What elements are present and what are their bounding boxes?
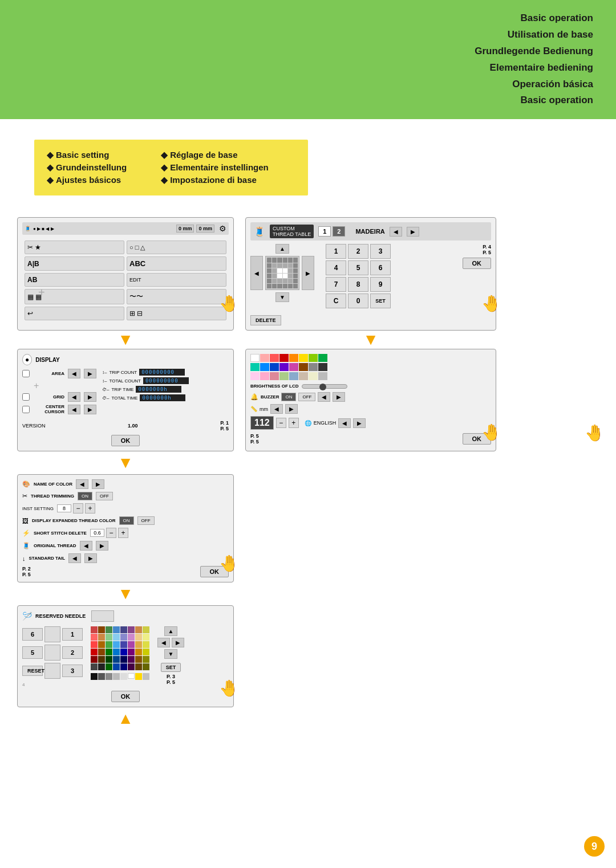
expand-on-btn[interactable]: ON [119, 516, 134, 525]
key-7[interactable]: 7 [326, 277, 346, 292]
inst-plus[interactable]: + [85, 503, 95, 514]
needle-down[interactable]: ▼ [164, 649, 178, 659]
needle-row-1: 6 1 [22, 626, 83, 642]
needle-ok-row: OK [22, 691, 229, 702]
trim-icon: ✂ [22, 492, 27, 500]
needle-note: 4 [22, 682, 83, 687]
color-prev[interactable]: ◀ [76, 479, 88, 489]
center-next[interactable]: ▶ [84, 405, 96, 414]
zoom-plus[interactable]: + [289, 418, 299, 428]
mm-row: 📏 mm ◀ ▶ [250, 404, 491, 414]
key-0[interactable]: 0 [348, 294, 368, 308]
set-btn[interactable]: SET [161, 663, 181, 672]
bullet-1-1: Basic setting [47, 150, 127, 160]
ok-btn-1[interactable]: OK [463, 258, 492, 269]
stitch-val: 0.6 [90, 529, 104, 537]
key-c[interactable]: C [326, 294, 346, 308]
key-3[interactable]: 3 [370, 244, 391, 259]
needle-controls: 6 1 5 2 RESET 3 4 [22, 626, 83, 687]
buzzer-off-btn[interactable]: OFF [298, 393, 315, 401]
cg-row-3 [91, 641, 149, 648]
flow-arrow-1: ▼ [17, 331, 234, 349]
screen-row-1: 🧵 ● ▶ ■ ◀ ▶ 0 mm 0 mm ⚙ ✂ ★ ○ □ △ A|B AB… [17, 217, 599, 331]
needle-6[interactable]: 6 [22, 628, 43, 641]
flow-arrow-final: ▲ [17, 710, 599, 728]
tail-prev[interactable]: ◀ [68, 553, 81, 563]
settings-icon: ⚙ [219, 224, 226, 233]
key-6[interactable]: 6 [370, 260, 391, 275]
buzzer-next[interactable]: ▶ [333, 392, 345, 402]
stitch-plus[interactable]: + [118, 528, 128, 538]
key-set[interactable]: SET [370, 294, 391, 308]
short-stitch-row: ⚡ SHORT STITCH DELETE 0.6 − + [22, 528, 229, 538]
brand-prev-btn[interactable]: ◀ [390, 227, 402, 237]
tail-next[interactable]: ▶ [84, 553, 97, 563]
cg-row-6 [91, 663, 149, 670]
trip-value: 000000000 [139, 369, 185, 376]
color-next[interactable]: ▶ [92, 479, 104, 489]
screen-row-3: 🎨 NAME OF COLOR ◀ ▶ ✂ THREAD TRIMMING ON… [17, 474, 599, 582]
page-2l: P. 1P. 5 [220, 420, 229, 431]
grid-checkbox[interactable] [22, 393, 30, 401]
left-btn[interactable]: ◀ [250, 256, 263, 290]
lang-next[interactable]: ▶ [353, 418, 366, 428]
ok-btn-4[interactable]: OK [111, 691, 140, 702]
key-5[interactable]: 5 [348, 260, 368, 275]
slot-2 [44, 645, 60, 661]
buzzer-prev[interactable]: ◀ [318, 392, 330, 402]
needle-3[interactable]: 3 [62, 665, 83, 677]
needle-left[interactable]: ◀ [157, 638, 170, 647]
key-8[interactable]: 8 [348, 277, 368, 292]
area-prev[interactable]: ◀ [68, 369, 80, 378]
delete-btn[interactable]: DELETE [250, 315, 281, 325]
ok-btn-2l[interactable]: OK [111, 435, 140, 446]
buzzer-on-btn[interactable]: ON [281, 393, 296, 401]
reset-btn[interactable]: RESET [22, 666, 43, 676]
needle-up[interactable]: ▲ [164, 626, 178, 636]
mm-val-2: 0 mm [196, 225, 214, 233]
expand-off-btn[interactable]: OFF [137, 516, 155, 525]
bullet-section: Basic setting Grundeinstellung Ajustes b… [34, 140, 308, 195]
orig-next[interactable]: ▶ [96, 541, 108, 551]
needle-row-3: RESET 3 [22, 663, 83, 679]
mm-val-1: 0 mm [176, 225, 194, 233]
header-banner: Basic operation Utilisation de base Grun… [0, 0, 616, 119]
center-prev[interactable]: ◀ [68, 405, 80, 414]
stitch-minus[interactable]: − [106, 528, 116, 538]
needle-1[interactable]: 1 [62, 628, 83, 641]
key-4[interactable]: 4 [326, 260, 346, 275]
zoom-minus[interactable]: − [276, 418, 286, 428]
grid-prev[interactable]: ◀ [68, 392, 80, 402]
mm-prev[interactable]: ◀ [270, 404, 283, 414]
down-btn[interactable]: ▼ [275, 292, 289, 302]
right-btn[interactable]: ▶ [302, 256, 314, 290]
key-2[interactable]: 2 [348, 244, 368, 259]
center-checkbox[interactable] [22, 406, 30, 413]
display-checkboxes: AREA ◀ ▶ + GRID ◀ ▶ CENTER CURSOR ◀ [22, 369, 96, 417]
needle-2[interactable]: 2 [62, 646, 83, 659]
trim-off-btn[interactable]: OFF [96, 492, 113, 500]
brand-next-btn[interactable]: ▶ [407, 227, 419, 237]
display-expanded-row: 🖼 DISPLAY EXPANDED THREAD COLOR ON OFF [22, 516, 229, 525]
area-checkbox[interactable] [22, 370, 30, 377]
area-next[interactable]: ▶ [84, 369, 96, 378]
grid-next[interactable]: ▶ [84, 392, 96, 402]
mm-next[interactable]: ▶ [285, 404, 298, 414]
needle-right[interactable]: ▶ [172, 638, 184, 647]
lang-prev[interactable]: ◀ [338, 418, 351, 428]
key-9[interactable]: 9 [370, 277, 391, 292]
header-title-6: Basic operation [520, 92, 593, 109]
brightness-slider[interactable] [302, 384, 347, 389]
tab-1[interactable]: 1 [318, 226, 331, 237]
icon-scissors: ✂ ★ [25, 241, 124, 254]
bullet-2-1: Réglage de base [161, 150, 269, 160]
tab-2[interactable]: 2 [333, 226, 345, 237]
lang-icon: 🌐 [305, 420, 311, 426]
trim-on-btn[interactable]: ON [78, 492, 92, 500]
needle-5[interactable]: 5 [22, 646, 43, 659]
up-btn[interactable]: ▲ [275, 244, 289, 254]
inst-minus[interactable]: − [73, 503, 83, 514]
orig-prev[interactable]: ◀ [80, 541, 92, 551]
key-1[interactable]: 1 [326, 244, 346, 259]
trip-label: TRIP COUNT [109, 370, 137, 375]
